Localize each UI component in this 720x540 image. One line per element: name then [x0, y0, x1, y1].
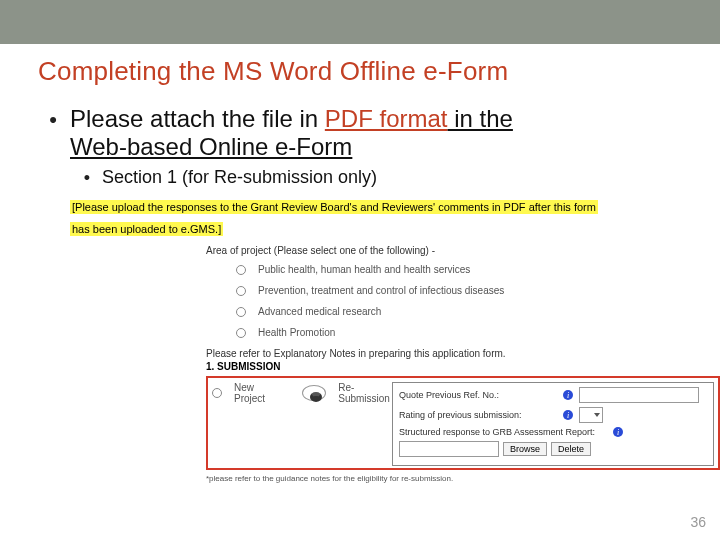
radio-icon[interactable]	[236, 328, 246, 338]
radio-icon[interactable]	[236, 286, 246, 296]
embedded-form: Area of project (Please select one of th…	[206, 245, 720, 470]
area-option-2[interactable]: Prevention, treatment and control of inf…	[236, 285, 720, 296]
radio-icon[interactable]	[212, 388, 222, 398]
radio-icon-selected[interactable]	[302, 385, 326, 401]
prev-ref-label: Quote Previous Ref. No.:	[399, 390, 559, 400]
rating-select[interactable]	[579, 407, 603, 423]
area-option-3[interactable]: Advanced medical research	[236, 306, 720, 317]
area-option-label: Advanced medical research	[258, 306, 381, 317]
area-option-4[interactable]: Health Promotion	[236, 327, 720, 338]
form-area-heading: Area of project (Please select one of th…	[206, 245, 720, 256]
highlight-line-2: has been uploaded to e.GMS.]	[70, 222, 223, 236]
resubmission-detail-panel: Quote Previous Ref. No.: i Rating of pre…	[392, 382, 714, 466]
footnote: *please refer to the guidance notes for …	[206, 474, 720, 483]
slide-title: Completing the MS Word Offline e-Form	[0, 44, 720, 87]
resubmission-option[interactable]: Re-Submission	[296, 382, 392, 404]
area-option-label: Public health, human health and health s…	[258, 264, 470, 275]
bullet-level-1: • Please attach the file in PDF format i…	[36, 105, 720, 161]
section-1-heading: 1. SUBMISSION	[206, 361, 720, 372]
resubmission-label: Re-Submission	[338, 382, 392, 404]
form-note: Please refer to Explanatory Notes in pre…	[206, 348, 720, 359]
highlight-line-1: [Please upload the responses to the Gran…	[70, 200, 598, 214]
rating-label: Rating of previous submission:	[399, 410, 559, 420]
submission-box: New Project Re-Submission Quote Previous…	[206, 376, 720, 470]
browse-button[interactable]: Browse	[503, 442, 547, 456]
bullet1-post-b: Web-based Online e-Form	[70, 133, 352, 160]
area-option-label: Prevention, treatment and control of inf…	[258, 285, 504, 296]
radio-icon[interactable]	[236, 307, 246, 317]
file-path-input[interactable]	[399, 441, 499, 457]
bullet-level-2: • Section 1 (for Re-submission only)	[72, 167, 720, 189]
new-project-label: New Project	[234, 382, 278, 404]
slide-top-bar	[0, 0, 720, 44]
radio-icon[interactable]	[236, 265, 246, 275]
info-icon[interactable]: i	[563, 390, 573, 400]
prev-ref-input[interactable]	[579, 387, 699, 403]
area-option-1[interactable]: Public health, human health and health s…	[236, 264, 720, 275]
page-number: 36	[690, 514, 706, 530]
bullet1-emphasis: PDF format	[325, 105, 448, 132]
info-icon[interactable]: i	[613, 427, 623, 437]
bullet2-text: Section 1 (for Re-submission only)	[102, 167, 377, 188]
bullet1-pre: Please attach the file in	[70, 105, 325, 132]
bullet1-post-a: in the	[448, 105, 513, 132]
new-project-option[interactable]: New Project	[212, 382, 278, 404]
delete-button[interactable]: Delete	[551, 442, 591, 456]
bullet-dot: •	[72, 167, 102, 189]
area-option-label: Health Promotion	[258, 327, 335, 338]
structured-response-label: Structured response to GRB Assessment Re…	[399, 427, 609, 437]
bullet-dot: •	[36, 105, 70, 135]
info-icon[interactable]: i	[563, 410, 573, 420]
